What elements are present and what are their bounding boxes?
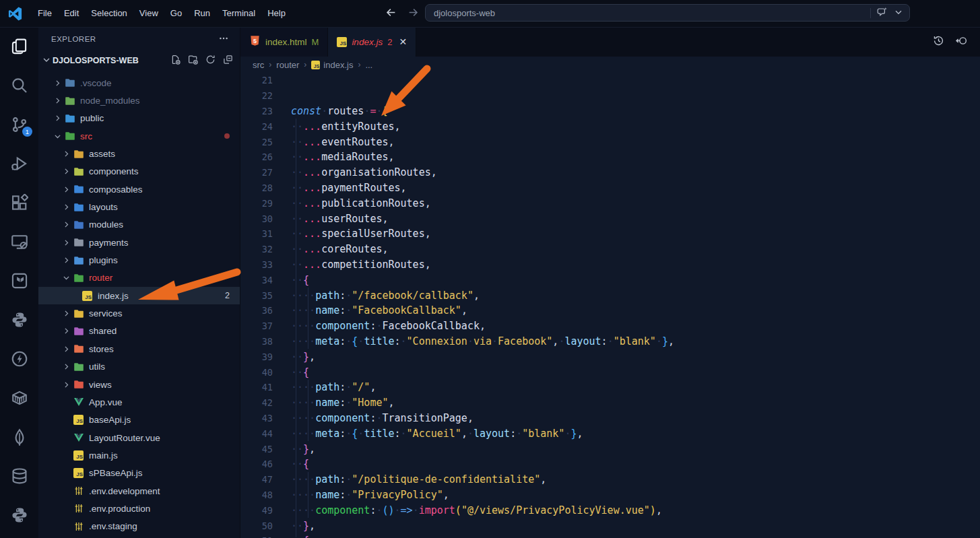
code-text[interactable]: ····path:·"/facebook/callback", [273,290,480,302]
tree-item-components[interactable]: components [38,163,240,180]
code-text[interactable]: ····component:·FacebookCallback, [273,320,486,332]
code-text[interactable]: ··{ [273,535,309,538]
code-text[interactable]: ····name:·"FacebookCallback", [273,304,467,316]
tab-index-js[interactable]: JSindex.js2✕ [328,27,416,57]
code-text[interactable]: ····name:·"Home", [273,397,395,409]
code-text[interactable]: ··}, [273,351,315,363]
tree-item-src[interactable]: src [38,127,240,145]
code-text[interactable]: ····component:·()·=>·import("@/views/Pri… [273,504,662,516]
indent-guide [296,119,296,537]
tab-index-html[interactable]: 5index.htmlM [240,27,328,57]
menu-run[interactable]: Run [188,0,216,27]
menu-view[interactable]: View [133,0,164,27]
tree-item-stores[interactable]: stores [38,340,240,358]
forward-arrow-icon[interactable] [407,7,419,21]
code-text[interactable]: ··...specialUserRoutes, [273,228,431,240]
collapse-all-icon[interactable] [223,55,233,67]
code-text[interactable]: ····meta:·{·title:·"Accueil",·layout:·"b… [273,428,583,440]
workspace-root[interactable]: DJOLOSPORTS-WEB [38,51,240,70]
code-text[interactable]: ··...publicationRoutes, [273,197,431,209]
code-text[interactable]: ··{ [273,274,309,286]
menu-file[interactable]: File [32,0,58,27]
activity-remote-icon[interactable] [0,222,38,261]
activity-python-icon[interactable] [0,496,38,535]
breadcrumb-item-index-js[interactable]: JSindex.js [311,60,353,70]
code-text[interactable]: ··}, [273,443,315,455]
code-text[interactable]: ····name:·"PrivacyPolicy", [273,489,449,501]
activity-docker-icon[interactable] [0,378,38,417]
code-text[interactable]: ··...userRoutes, [273,213,389,225]
tree-item-app-vue[interactable]: App.vue [38,393,240,411]
menu-edit[interactable]: Edit [58,0,85,27]
tree-item-layoutrouter-vue[interactable]: LayoutRouter.vue [38,429,240,446]
code-text[interactable]: ··...coreRoutes, [273,243,389,255]
activity-scm-icon[interactable]: 1 [0,105,38,144]
tree-item-utils[interactable]: utils [38,358,240,376]
code-text[interactable]: ··...paymentRoutes, [273,182,407,194]
code-text[interactable]: ····component:·TransitionPage, [273,412,473,424]
tree-item-modules[interactable]: modules [38,216,240,234]
tree-item-layouts[interactable]: layouts [38,198,240,215]
breadcrumb-item-router[interactable]: router [276,60,299,70]
tree-item-baseapi-js[interactable]: JSbaseApi.js [38,411,240,429]
tree-item-router[interactable]: router [38,269,240,287]
timeline-icon[interactable] [933,35,944,49]
menu-terminal[interactable]: Terminal [216,0,261,27]
more-actions-icon[interactable] [218,33,229,45]
tree-item-views[interactable]: views [38,376,240,393]
chevron-down-icon[interactable] [893,7,904,20]
workspace-name: DJOLOSPORTS-WEB [53,56,139,65]
activity-python-icon[interactable] [0,300,38,339]
menu-help[interactable]: Help [261,0,292,27]
activity-database-icon[interactable] [0,457,38,496]
new-file-icon[interactable] [170,55,181,67]
code-text[interactable]: ····meta:·{·title:·"Connexion·via·Facebo… [273,335,674,347]
activity-debug-icon[interactable] [0,144,38,183]
tree-item-env-staging[interactable]: .env.staging [38,518,240,535]
breadcrumb-item-[interactable]: ... [365,60,372,70]
code-text[interactable]: ··...eventRoutes, [273,136,395,148]
activity-mongodb-icon[interactable] [0,417,38,457]
tree-item-node-modules[interactable]: node_modules [38,92,240,109]
close-icon[interactable]: ✕ [399,36,407,47]
activity-terraform-icon[interactable] [0,261,38,300]
code-text[interactable]: ··...competitionRoutes, [273,259,431,271]
activity-search-icon[interactable] [0,66,38,105]
tree-item-spbaseapi-js[interactable]: JSsPBaseApi.js [38,465,240,482]
code-text[interactable]: ··}, [273,520,315,532]
new-folder-icon[interactable] [188,55,198,67]
tree-item-main-js[interactable]: JSmain.js [38,446,240,464]
code-text[interactable]: ··...mediaRoutes, [273,151,395,163]
activity-thunder-icon[interactable] [0,339,38,378]
tree-item-shared[interactable]: shared [38,323,240,340]
copilot-icon[interactable] [877,7,888,20]
code-text[interactable]: ··{ [273,458,309,470]
code-line: 49····component:·()·=>·import("@/views/P… [240,502,980,518]
activity-explorer-icon[interactable] [0,27,38,66]
tree-item-env-production[interactable]: .env.production [38,500,240,517]
code-text[interactable]: ····path:·"/", [273,381,376,393]
tree-item-public[interactable]: public [38,110,240,127]
tree-item-assets[interactable]: assets [38,145,240,162]
code-text[interactable]: ··...organisationRoutes, [273,166,437,178]
code-text[interactable]: ··{ [273,366,309,378]
tree-item-index-js[interactable]: JSindex.js2 [38,287,240,304]
code-editor[interactable]: 212223const·routes·=·[24··...entityRoute… [240,73,980,538]
refresh-icon[interactable] [205,55,216,67]
menu-go[interactable]: Go [164,0,188,27]
tree-item-payments[interactable]: payments [38,234,240,251]
split-editor-icon[interactable] [956,35,967,49]
command-center[interactable]: djolosports-web [425,4,910,22]
back-arrow-icon[interactable] [385,7,397,21]
tree-item-services[interactable]: services [38,304,240,322]
tree-item-env-development[interactable]: .env.development [38,482,240,500]
code-text[interactable]: const·routes·=·[ [273,105,389,117]
activity-extensions-icon[interactable] [0,183,38,222]
menu-selection[interactable]: Selection [85,0,133,27]
code-text[interactable]: ····path:·"/politique-de-confidentialite… [273,473,546,485]
tree-item-composables[interactable]: composables [38,180,240,198]
code-text[interactable]: ··...entityRoutes, [273,121,401,133]
tree-item-plugins[interactable]: plugins [38,251,240,269]
tree-item-vscode[interactable]: .vscode [38,74,240,92]
breadcrumb-item-src[interactable]: src [253,60,264,70]
